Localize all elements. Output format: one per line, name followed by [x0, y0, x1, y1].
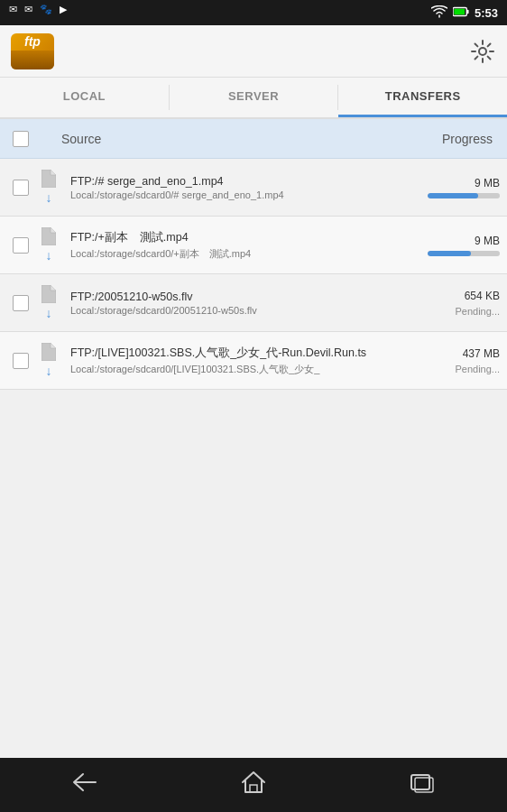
recent-apps-button[interactable] — [392, 764, 453, 806]
download-arrow-4: ↓ — [46, 364, 52, 378]
file-icon-2: ↓ — [34, 227, 63, 263]
row-progress-1: 9 MB — [410, 177, 500, 198]
svg-rect-2 — [454, 9, 465, 14]
svg-point-3 — [479, 48, 486, 55]
row-checkbox-4[interactable] — [7, 353, 34, 369]
row-size-1: 9 MB — [475, 177, 500, 189]
header-source-label: Source — [34, 132, 410, 146]
row-info-4: FTP:/[LIVE]100321.SBS.人气歌_少女_代-Run.Devil… — [63, 346, 410, 376]
row-progress-2: 9 MB — [410, 235, 500, 256]
row-source-2: FTP:/+副本 測試.mp4 — [70, 230, 402, 245]
download-arrow-1: ↓ — [46, 190, 52, 205]
svg-rect-4 — [250, 785, 257, 792]
file-icon-4: ↓ — [34, 343, 63, 378]
row-dest-4: Local:/storage/sdcard0/[LIVE]100321.SBS.… — [70, 363, 402, 376]
home-button[interactable] — [223, 763, 284, 807]
row-pending-3: Pending... — [455, 306, 500, 317]
row-progress-3: 654 KB Pending... — [410, 290, 500, 317]
app-logo[interactable]: ftp — [11, 33, 54, 69]
svg-rect-1 — [467, 10, 469, 14]
row-checkbox-3[interactable] — [7, 295, 34, 311]
row-info-2: FTP:/+副本 測試.mp4 Local:/storage/sdcard0/+… — [63, 230, 410, 261]
row-dest-3: Local:/storage/sdcard0/20051210-w50s.flv — [70, 305, 402, 316]
transfer-list: ↓ FTP:/# serge_and_eno_1.mp4 Local:/stor… — [0, 159, 507, 758]
row-dest-1: Local:/storage/sdcard0/# serge_and_eno_1… — [70, 189, 402, 200]
table-header: Source Progress — [0, 119, 507, 159]
table-row[interactable]: ↓ FTP:/[LIVE]100321.SBS.人气歌_少女_代-Run.Dev… — [0, 332, 507, 390]
row-info-1: FTP:/# serge_and_eno_1.mp4 Local:/storag… — [63, 175, 410, 200]
row-size-4: 437 MB — [463, 347, 500, 360]
download-arrow-3: ↓ — [46, 306, 52, 320]
back-button[interactable] — [54, 765, 115, 805]
row-checkbox-1[interactable] — [7, 180, 34, 196]
row-source-3: FTP:/20051210-w50s.flv — [70, 291, 402, 303]
row-size-2: 9 MB — [475, 235, 500, 247]
battery-icon — [453, 6, 469, 19]
bottom-nav — [0, 758, 507, 812]
download-arrow-2: ↓ — [46, 248, 52, 263]
tab-server[interactable]: SERVER — [170, 78, 338, 117]
tab-transfers[interactable]: TRANSFERS — [338, 78, 507, 117]
file-icon-1: ↓ — [34, 170, 63, 205]
file-icon-3: ↓ — [34, 285, 63, 320]
table-row[interactable]: ↓ FTP:/+副本 測試.mp4 Local:/storage/sdcard0… — [0, 217, 507, 274]
header-progress-label: Progress — [410, 132, 500, 146]
wifi-icon — [431, 5, 447, 21]
row-progress-4: 437 MB Pending... — [410, 347, 500, 374]
logo-text: ftp — [24, 34, 41, 49]
row-source-1: FTP:/# serge_and_eno_1.mp4 — [70, 175, 402, 188]
row-info-3: FTP:/20051210-w50s.flv Local:/storage/sd… — [63, 291, 410, 316]
header-checkbox[interactable] — [7, 131, 34, 147]
row-checkbox-2[interactable] — [7, 237, 34, 254]
notification-icons: ✉ ✉ 🐾 ▶ — [9, 4, 67, 15]
table-row[interactable]: ↓ FTP:/# serge_and_eno_1.mp4 Local:/stor… — [0, 159, 507, 217]
row-size-3: 654 KB — [465, 290, 500, 302]
row-pending-4: Pending... — [455, 364, 500, 374]
row-source-4: FTP:/[LIVE]100321.SBS.人气歌_少女_代-Run.Devil… — [70, 346, 402, 361]
clock: 5:53 — [475, 6, 498, 20]
progress-bar-1 — [428, 193, 500, 198]
top-bar: ftp — [0, 25, 507, 78]
row-dest-2: Local:/storage/sdcard0/+副本 測試.mp4 — [70, 247, 402, 261]
tab-bar: LOCAL SERVER TRANSFERS — [0, 78, 507, 119]
table-row[interactable]: ↓ FTP:/20051210-w50s.flv Local:/storage/… — [0, 274, 507, 332]
settings-button[interactable] — [469, 38, 496, 65]
tab-local[interactable]: LOCAL — [0, 78, 169, 117]
status-bar: 5:53 — [0, 0, 507, 25]
progress-bar-2 — [428, 251, 500, 256]
